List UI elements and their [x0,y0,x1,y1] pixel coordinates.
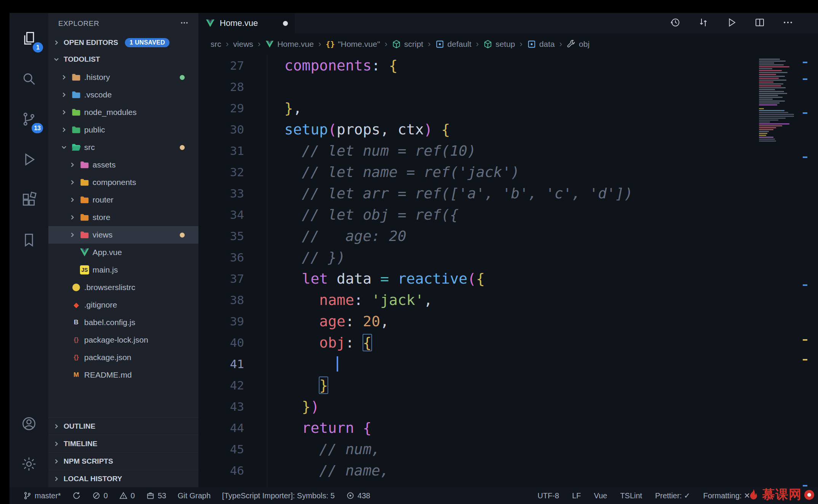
line-number[interactable]: 45 [198,439,254,460]
section-npm-scripts[interactable]: NPM SCRIPTS [48,452,198,470]
status-ts-importer[interactable]: [TypeScript Importer]: Symbols: 5 [222,491,335,500]
status-warnings[interactable]: 0 [119,491,135,500]
status-git-graph[interactable]: Git Graph [177,491,211,500]
code-line-37[interactable]: 37 let data = reactive({ [198,268,818,289]
section-local-history[interactable]: LOCAL HISTORY [48,470,198,487]
tree-item-router[interactable]: router [48,191,198,209]
line-number[interactable]: 27 [198,55,254,76]
line-number[interactable]: 39 [198,311,254,332]
section-outline[interactable]: OUTLINE [48,417,198,435]
code-line-34[interactable]: 34 // let obj = ref({ [198,204,818,225]
code-line-38[interactable]: 38 name: 'jack', [198,289,818,311]
line-number[interactable]: 28 [198,76,254,97]
line-number[interactable]: 30 [198,119,254,140]
status-tslint[interactable]: TSLint [620,491,642,500]
code-line-30[interactable]: 30 setup(props, ctx) { [198,119,818,140]
breadcrumb-item-src[interactable]: src [209,40,223,49]
status-git-branch[interactable]: master* [23,491,61,500]
line-number[interactable]: 31 [198,140,254,161]
tree-item-node-modules[interactable]: node_modules [48,104,198,121]
line-number[interactable]: 32 [198,161,254,183]
tree-item-gitignore[interactable]: ◆.gitignore [48,296,198,314]
tree-item-package-lock-json[interactable]: {}package-lock.json [48,331,198,349]
activity-explorer-icon[interactable]: 1 [10,18,48,59]
activity-account-icon[interactable] [10,404,48,444]
minimap[interactable] [759,59,797,142]
line-number[interactable]: 44 [198,417,254,439]
breadcrumb-item-script[interactable]: script [390,40,425,49]
code-line-28[interactable]: 28 [198,76,818,97]
code-line-29[interactable]: 29 }, [198,97,818,119]
status-eol[interactable]: LF [572,491,581,500]
tree-item-history[interactable]: .history [48,69,198,86]
tree-item-main-js[interactable]: JSmain.js [48,261,198,279]
breadcrumb-item-default[interactable]: default [434,40,473,49]
activity-extensions-icon[interactable] [10,180,48,220]
more-icon[interactable] [782,17,794,30]
line-number[interactable]: 29 [198,97,254,119]
code-editor[interactable]: 27 components: {2829 },30 setup(props, c… [198,55,818,487]
activity-source-control-icon[interactable]: 13 [10,99,48,139]
split-icon[interactable] [754,17,765,30]
compare-icon[interactable] [698,17,709,30]
code-line-39[interactable]: 39 age: 20, [198,311,818,332]
tree-item-babel-config-js[interactable]: Bbabel.config.js [48,314,198,331]
status-port[interactable]: 438 [346,491,370,500]
line-number[interactable]: 40 [198,332,254,353]
line-number[interactable]: 34 [198,204,254,225]
breadcrumb-item-home-vue[interactable]: Home.vue [264,40,315,49]
run-icon[interactable] [726,17,737,30]
code-line-44[interactable]: 44 return { [198,417,818,439]
code-line-42[interactable]: 42 } [198,375,818,396]
activity-run-debug-icon[interactable] [10,139,48,180]
code-line-40[interactable]: 40 obj: { [198,332,818,353]
code-line-46[interactable]: 46 // name, [198,460,818,481]
breadcrumb-item-views[interactable]: views [232,40,255,49]
line-number[interactable]: 42 [198,375,254,396]
tree-item-public[interactable]: public [48,121,198,139]
code-line-41[interactable]: 41 [198,353,818,375]
tree-item-views[interactable]: views [48,226,198,244]
activity-search-icon[interactable] [10,59,48,99]
line-number[interactable]: 33 [198,183,254,204]
more-actions-icon[interactable] [180,19,189,29]
line-number[interactable]: 36 [198,247,254,268]
status-encoding[interactable]: UTF-8 [538,491,559,500]
line-number[interactable]: 37 [198,268,254,289]
line-number[interactable]: 38 [198,289,254,311]
breadcrumb-item-obj[interactable]: obj [565,40,591,49]
tree-item-src[interactable]: src [48,139,198,156]
code-line-35[interactable]: 35 // age: 20 [198,225,818,247]
tab-home-vue[interactable]: Home.vue [198,13,295,33]
status-formatting[interactable]: Formatting: ✕ [703,491,750,500]
tree-item-vscode[interactable]: .vscode [48,86,198,104]
activity-bookmarks-icon[interactable] [10,220,48,260]
status-prettier[interactable]: Prettier: ✓ [655,491,690,500]
activity-settings-icon[interactable] [10,444,48,484]
code-line-27[interactable]: 27 components: { [198,55,818,76]
status-errors[interactable]: 0 [92,491,108,500]
tree-item-app-vue[interactable]: App.vue [48,244,198,261]
code-line-31[interactable]: 31 // let num = ref(10) [198,140,818,161]
line-number[interactable]: 43 [198,396,254,417]
status-language-mode[interactable]: Vue [594,491,607,500]
breadcrumb-item-setup[interactable]: setup [482,40,516,49]
tree-item-readme-md[interactable]: MREADME.md [48,366,198,384]
section-timeline[interactable]: TIMELINE [48,435,198,452]
line-number[interactable]: 35 [198,225,254,247]
status-sync[interactable] [72,491,81,500]
code-line-45[interactable]: 45 // num, [198,439,818,460]
line-number[interactable]: 46 [198,460,254,481]
project-section[interactable]: TODOLIST [48,51,198,68]
tree-item-package-json[interactable]: {}package.json [48,349,198,366]
tree-item-store[interactable]: store [48,209,198,226]
open-editors-section[interactable]: OPEN EDITORS 1 UNSAVED [48,34,198,51]
tree-item-assets[interactable]: assets [48,156,198,174]
line-number[interactable]: 41 [198,353,254,375]
code-line-43[interactable]: 43 }) [198,396,818,417]
code-line-32[interactable]: 32 // let name = ref('jack') [198,161,818,183]
code-line-33[interactable]: 33 // let arr = ref(['a', 'b', 'c', 'd']… [198,183,818,204]
tree-item-components[interactable]: components [48,174,198,191]
breadcrumb-item-data[interactable]: data [526,40,556,49]
code-line-36[interactable]: 36 // }) [198,247,818,268]
